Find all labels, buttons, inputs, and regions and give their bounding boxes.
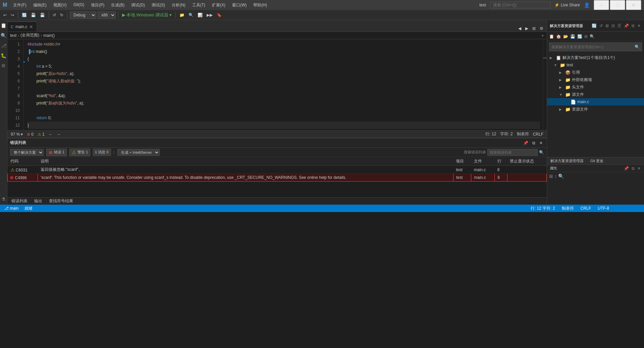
toolbar-saveall[interactable]: 💾 (39, 12, 46, 18)
tree-item-solution[interactable]: ▶ 📋 解决方案'test'(1个项目/共1个) (547, 54, 644, 61)
toolbar-extra2[interactable]: 🔍 (187, 12, 195, 18)
zoom-indicator[interactable]: 97 % ▾ (11, 132, 23, 137)
se-tab-solution[interactable]: 解决方案资源管理器 (549, 158, 585, 164)
se-search-input[interactable] (551, 45, 633, 49)
status-tab[interactable]: 制表符 (560, 206, 575, 211)
tree-item-external-deps[interactable]: ▶ 📁 外部依赖项 (547, 76, 644, 83)
activity-search-icon[interactable]: 🔍 (0, 31, 7, 40)
error-panel-close[interactable]: ✕ (538, 140, 544, 146)
menu-extensions[interactable]: 扩展(X) (209, 2, 228, 9)
tab-scroll-left[interactable]: ◀ (517, 25, 523, 31)
tab-close-button[interactable]: ✕ (29, 24, 33, 29)
error-search-input[interactable] (487, 149, 538, 156)
toolbar-undo[interactable]: ↺ (51, 12, 57, 18)
menu-debug[interactable]: 调试(D) (128, 2, 148, 9)
col-header-line[interactable]: 行 (495, 157, 507, 166)
breadcrumb-file[interactable]: test (10, 33, 16, 38)
status-line-col[interactable]: 行: 12 字符: 2 (529, 206, 556, 211)
col-header-file[interactable]: 文件 (471, 157, 495, 166)
status-crlf[interactable]: CRLF (579, 206, 592, 211)
tree-item-references[interactable]: ▶ 📦 引用 (547, 69, 644, 76)
se-tool7[interactable]: 🔍 (589, 33, 595, 40)
error-filter-dropdown[interactable]: 整个解决方案 (10, 149, 44, 156)
se-search-icon[interactable]: 🔍 (635, 45, 640, 49)
toolbar-extra4[interactable]: ▶▶ (205, 12, 214, 18)
footer-tab-errors[interactable]: 错误列表 (10, 198, 29, 205)
menu-test[interactable]: 测试(S) (149, 2, 168, 9)
run-button[interactable]: ▶ 本地 Windows 调试器 ▾ (121, 11, 173, 19)
menu-help[interactable]: 帮助(H) (251, 2, 270, 9)
activity-git-icon[interactable]: ⎇ (0, 42, 7, 50)
menu-tools[interactable]: 工具(T) (190, 2, 208, 9)
toolbar-extra5[interactable]: 🔖 (215, 12, 223, 18)
prop-grid-icon[interactable]: ⊞ (549, 173, 553, 179)
col-header-desc[interactable]: 说明 (38, 157, 453, 166)
error-indicator[interactable]: ⊗ 0 (27, 132, 34, 137)
footer-tab-find[interactable]: 查找符号结果 (48, 198, 74, 205)
activity-debug-icon[interactable]: 🐛 (0, 52, 7, 60)
code-content[interactable]: #include <stdio.h> ▐int main() { int a =… (25, 39, 543, 130)
tree-item-resource-files[interactable]: ▶ 📁 资源文件 (547, 106, 644, 113)
se-collapse-btn[interactable]: ⊟ (611, 23, 615, 29)
editor-tab-main-c[interactable]: C main.c ✕ (7, 21, 37, 31)
se-tool3[interactable]: 📂 (562, 33, 569, 40)
nav-prev[interactable]: ← (49, 132, 53, 137)
se-tool5[interactable]: 🔃 (577, 33, 583, 40)
props-pin-btn[interactable]: 📌 (623, 165, 630, 171)
breadcrumb-scope[interactable]: (全局范围) (20, 32, 39, 38)
tab-settings[interactable]: ⚙ (538, 25, 545, 31)
status-encoding[interactable]: UTF-8 (596, 206, 610, 211)
toolbar-extra3[interactable]: 📊 (196, 12, 204, 18)
table-row[interactable]: ⊗ C4996 'scanf': This function or variab… (8, 174, 547, 182)
se-tool1[interactable]: 📋 (548, 33, 555, 40)
error-count-badge[interactable]: ⊗ 错误 1 (46, 149, 67, 156)
toolbar-forward[interactable]: ↪ (9, 12, 15, 18)
error-panel-float[interactable]: ⧉ (531, 140, 537, 146)
warning-indicator[interactable]: ⚠ 1 (38, 132, 45, 137)
props-close-btn[interactable]: ✕ (637, 165, 641, 171)
account-icon[interactable]: 👤 (584, 2, 590, 8)
footer-tab-output[interactable]: 输出 (33, 198, 44, 205)
menu-build[interactable]: 生成(B) (108, 2, 127, 9)
message-count-badge[interactable]: ℹ 消息 0 (93, 149, 111, 156)
tab-scroll-right[interactable]: ▶ (524, 25, 530, 31)
se-tab-git[interactable]: Git 更改 (589, 158, 605, 164)
se-expand-btn[interactable]: ⊞ (605, 23, 609, 29)
build-filter-dropdown[interactable]: 生成 + IntelliSense (117, 149, 160, 156)
tree-item-source-files[interactable]: ▼ 📁 源文件 (547, 91, 644, 98)
toolbar-save[interactable]: 💾 (30, 12, 37, 18)
col-header-suppress[interactable]: 禁止显示状态 (507, 157, 546, 166)
menu-edit[interactable]: 编辑(E) (31, 2, 49, 9)
warning-count-badge[interactable]: ⚠ 警告 1 (69, 149, 90, 156)
menu-window[interactable]: 窗口(W) (229, 2, 249, 9)
prop-search-icon[interactable]: 🔍 (558, 173, 564, 179)
close-button[interactable]: ✕ (626, 0, 641, 10)
se-tool6[interactable]: ⊞ (584, 33, 588, 40)
tree-item-headers[interactable]: ▶ 📁 头文件 (547, 83, 644, 91)
code-section[interactable]: 1 2 3 4 5 6 7 8 9 10 11 12 #include <std… (7, 39, 547, 130)
tree-item-main-c[interactable]: 📄 main.c (547, 98, 644, 106)
restore-button[interactable]: □ (610, 0, 625, 10)
activity-test-icon[interactable]: ⚗ (1, 195, 6, 203)
menu-file[interactable]: 文件(F) (10, 2, 29, 9)
se-filter-btn[interactable]: ☰ (617, 23, 622, 29)
table-row[interactable]: ⚠ C6031 返回值被忽略:"scanf"。 test main.c 8 (8, 166, 547, 174)
minimize-button[interactable]: ─ (594, 0, 609, 10)
se-sync-btn[interactable]: 🔄 (591, 23, 597, 29)
toolbar-back[interactable]: ↩ (2, 12, 8, 18)
se-close-btn[interactable]: ✕ (637, 23, 641, 29)
col-header-code[interactable]: 代码 (8, 157, 38, 166)
error-panel-pin[interactable]: 📌 (522, 140, 530, 146)
platform-dropdown[interactable]: x86 x64 (98, 11, 116, 19)
tree-item-project[interactable]: ▼ 📁 test (547, 61, 644, 69)
split-editor[interactable]: ⊞ (531, 25, 537, 31)
toolbar-redo[interactable]: ↻ (59, 12, 65, 18)
editor-scrollbar[interactable] (543, 39, 547, 130)
menu-project[interactable]: 项目(P) (88, 2, 107, 9)
menu-analyze[interactable]: 分析(N) (169, 2, 188, 9)
activity-solution-icon[interactable]: 📋 (0, 21, 7, 29)
prop-sort-icon[interactable]: ↕ (554, 173, 557, 179)
toolbar-new[interactable]: 🔃 (20, 12, 28, 18)
config-dropdown[interactable]: Debug Release (70, 11, 96, 19)
status-branch[interactable]: ⎇ main (3, 206, 20, 211)
